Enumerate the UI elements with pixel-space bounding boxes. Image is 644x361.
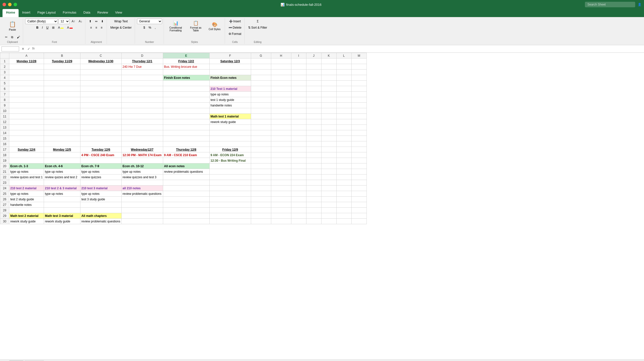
cell-k1[interactable] xyxy=(321,58,336,64)
delete-button[interactable]: ➖ Delete xyxy=(227,25,243,30)
cell-g8[interactable] xyxy=(251,97,271,103)
dollar-button[interactable]: $ xyxy=(142,25,147,30)
cell-l10[interactable] xyxy=(336,108,351,114)
cell-l7[interactable] xyxy=(336,92,351,97)
cell-e29[interactable] xyxy=(163,213,209,219)
cell-g7[interactable] xyxy=(251,92,271,97)
cell-a20[interactable]: Econ ch. 1-3 xyxy=(9,163,44,169)
cell-c6[interactable] xyxy=(80,86,121,92)
format-painter-button[interactable]: 🖌 xyxy=(15,34,21,40)
cell-g24[interactable] xyxy=(251,186,271,191)
cell-c2[interactable] xyxy=(80,64,121,70)
cell-b25[interactable]: type up notes xyxy=(44,191,80,197)
cell-j29[interactable] xyxy=(306,213,321,219)
cell-f20[interactable] xyxy=(209,163,251,169)
cell-f9[interactable]: handwrite notes xyxy=(209,103,251,108)
cell-l12[interactable] xyxy=(336,119,351,125)
cell-h9[interactable] xyxy=(271,103,291,108)
cell-l25[interactable] xyxy=(336,191,351,197)
cell-h1[interactable] xyxy=(271,58,291,64)
align-bottom-button[interactable]: ⬇ xyxy=(100,19,105,24)
tab-formulas[interactable]: Formulas xyxy=(59,9,80,17)
cut-button[interactable]: ✂ xyxy=(4,34,9,40)
cell-j25[interactable] xyxy=(306,191,321,197)
cell-b7[interactable] xyxy=(44,92,80,97)
cell-g10[interactable] xyxy=(251,108,271,114)
cell-k7[interactable] xyxy=(321,92,336,97)
cell-e8[interactable] xyxy=(163,97,209,103)
cell-g20[interactable] xyxy=(251,163,271,169)
cell-e18[interactable]: 9 AM - CSCE 210 Exam xyxy=(163,152,209,158)
cell-k10[interactable] xyxy=(321,108,336,114)
close-button[interactable] xyxy=(3,3,6,6)
cell-l24[interactable] xyxy=(336,186,351,191)
cell-e4[interactable]: Finish Econ notes xyxy=(163,75,209,81)
cell-k20[interactable] xyxy=(321,163,336,169)
border-button[interactable]: ⊞ xyxy=(51,25,56,30)
cell-i22[interactable] xyxy=(291,174,306,180)
cell-i11[interactable] xyxy=(291,114,306,119)
cell-e22[interactable] xyxy=(163,174,209,180)
cell-d11[interactable] xyxy=(121,114,163,119)
cell-d29[interactable] xyxy=(121,213,163,219)
cell-c24[interactable]: 210 test 3 material xyxy=(80,186,121,191)
number-format-select[interactable]: General xyxy=(137,19,162,24)
cell-a24[interactable]: 210 test 2 material xyxy=(9,186,44,191)
cell-e3[interactable] xyxy=(163,70,209,75)
cell-k27[interactable] xyxy=(321,202,336,208)
cell-i25[interactable] xyxy=(291,191,306,197)
cell-j2[interactable] xyxy=(306,64,321,70)
cell-f24[interactable] xyxy=(209,186,251,191)
col-j-header[interactable]: J xyxy=(306,53,321,58)
cell-l19[interactable] xyxy=(336,158,351,163)
cell-c4[interactable] xyxy=(80,75,121,81)
cell-j10[interactable] xyxy=(306,108,321,114)
cell-a17[interactable]: Sunday 12/4 xyxy=(9,147,44,152)
cell-k6[interactable] xyxy=(321,86,336,92)
cell-e7[interactable] xyxy=(163,92,209,97)
cell-h27[interactable] xyxy=(271,202,291,208)
cell-l2[interactable] xyxy=(336,64,351,70)
cell-m22[interactable] xyxy=(351,174,366,180)
cell-k30[interactable] xyxy=(321,219,336,224)
cell-k5[interactable] xyxy=(321,81,336,86)
cell-g27[interactable] xyxy=(251,202,271,208)
cell-m9[interactable] xyxy=(351,103,366,108)
cell-g12[interactable] xyxy=(251,119,271,125)
cell-j30[interactable] xyxy=(306,219,321,224)
cell-l18[interactable] xyxy=(336,152,351,158)
cell-d10[interactable] xyxy=(121,108,163,114)
cell-e21[interactable]: review problematic questions xyxy=(163,169,209,174)
cell-d9[interactable] xyxy=(121,103,163,108)
cell-b20[interactable]: Econ ch. 4-6 xyxy=(44,163,80,169)
cell-b4[interactable] xyxy=(44,75,80,81)
cell-k9[interactable] xyxy=(321,103,336,108)
cell-j21[interactable] xyxy=(306,169,321,174)
cell-i6[interactable] xyxy=(291,86,306,92)
cell-k22[interactable] xyxy=(321,174,336,180)
cell-b3[interactable] xyxy=(44,70,80,75)
format-button[interactable]: ⚙ Format xyxy=(227,31,243,37)
cell-g18[interactable] xyxy=(251,152,271,158)
conditional-formatting-button[interactable]: 📊 Conditional Formatting xyxy=(166,19,186,34)
cell-c21[interactable]: type up notes xyxy=(80,169,121,174)
cell-d8[interactable] xyxy=(121,97,163,103)
tab-data[interactable]: Data xyxy=(80,9,94,17)
cell-h7[interactable] xyxy=(271,92,291,97)
col-e-header[interactable]: E xyxy=(163,53,209,58)
cell-k3[interactable] xyxy=(321,70,336,75)
cell-h2[interactable] xyxy=(271,64,291,70)
cell-b10[interactable] xyxy=(44,108,80,114)
cell-f27[interactable] xyxy=(209,202,251,208)
cell-g29[interactable] xyxy=(251,213,271,219)
cell-f6[interactable]: 210 Test 1 material xyxy=(209,86,251,92)
paste-button[interactable]: 📋 Paste xyxy=(7,19,18,34)
cell-b19[interactable] xyxy=(44,158,80,163)
cell-e17[interactable]: Thursday 12/8 xyxy=(163,147,209,152)
search-input[interactable] xyxy=(585,2,635,7)
cell-m17[interactable] xyxy=(351,147,366,152)
cell-l21[interactable] xyxy=(336,169,351,174)
cell-i4[interactable] xyxy=(291,75,306,81)
cell-f10[interactable] xyxy=(209,108,251,114)
cell-l11[interactable] xyxy=(336,114,351,119)
